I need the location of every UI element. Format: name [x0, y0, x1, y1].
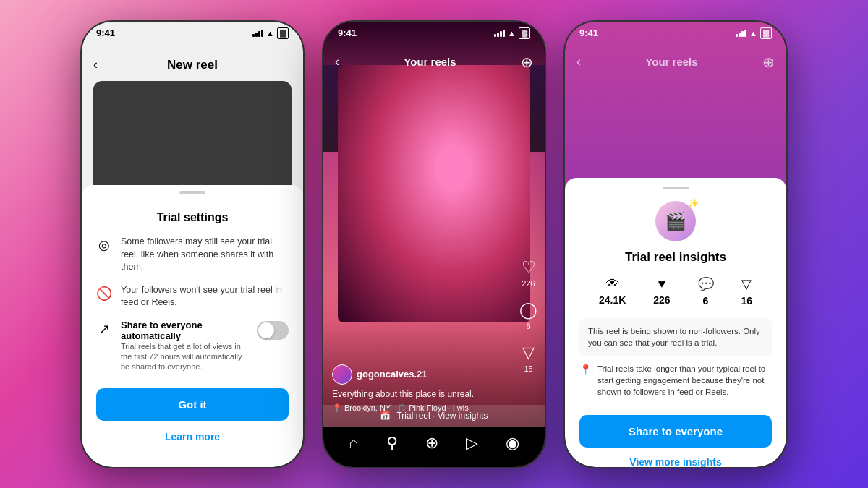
reel-username-row: gogoncalves.21 [332, 364, 474, 385]
camera-icon[interactable]: ⊕ [762, 53, 775, 71]
username-label[interactable]: gogoncalves.21 [357, 369, 427, 380]
phone2-status-icons: ▲ ▓ [494, 27, 530, 39]
setting-item-3: ↗ Share to everyone automatically Trial … [96, 320, 289, 372]
insights-description: This reel is being shown to non-follower… [579, 318, 772, 356]
trial-settings-sheet: Trial settings ◎ Some followers may stil… [82, 185, 303, 466]
trial-icon: 📅 [380, 411, 391, 421]
like-count: 226 [522, 279, 535, 288]
share-count: 15 [524, 364, 532, 373]
phone1-time: 9:41 [96, 27, 115, 38]
phone3-time: 9:41 [579, 27, 598, 38]
back-button[interactable]: ‹ [335, 54, 339, 69]
reel-insights-icon: 🎬 ✨ [655, 201, 696, 241]
comment-button[interactable]: ◯ 6 [519, 301, 537, 330]
phone1-status-icons: ▲ ▓ [252, 27, 289, 39]
insights-desc-text: This reel is being shown to non-follower… [588, 325, 763, 348]
reel-caption: Everything about this place is unreal. [332, 389, 474, 399]
heart-icon: ♥ [658, 276, 666, 291]
back-button[interactable]: ‹ [576, 54, 581, 69]
eye-icon: 👁 [606, 276, 619, 291]
sheet-title: Trial settings [96, 205, 289, 224]
phone3-status-bar: 9:41 ▲ ▓ [565, 22, 786, 42]
pin-icon: 📍 [579, 364, 592, 375]
signal-icon [494, 30, 505, 37]
view-more-insights-button[interactable]: View more insights [579, 449, 772, 467]
camera-icon[interactable]: ⊕ [521, 53, 533, 71]
stats-row: 👁 24.1K ♥ 226 💬 6 ▽ 16 [579, 276, 772, 307]
stat-comments: 💬 6 [698, 276, 714, 307]
wifi-icon: ▲ [266, 29, 274, 38]
heart-icon: ♡ [522, 258, 536, 277]
back-button[interactable]: ‹ [93, 57, 98, 72]
phone1-screen: 9:41 ▲ ▓ ‹ New reel Preview Edit cover [82, 22, 303, 467]
insights-note-text: Trial reels take longer than your typica… [597, 363, 772, 398]
share-button[interactable]: ▽ 15 [522, 343, 535, 373]
stat-shares: ▽ 16 [741, 276, 752, 307]
battery-icon: ▓ [760, 27, 772, 39]
sparkles-icon: ✨ [688, 198, 699, 208]
comment-count: 6 [526, 322, 530, 330]
share-to-everyone-button[interactable]: Share to everyone [579, 415, 772, 448]
reel-bottom-bar: 📅 Trial reel · View insights ⌂ ⚲ ⊕ ▷ ◉ [323, 405, 545, 467]
setting-text-2: Your followers won't see your trial reel… [121, 284, 289, 309]
phone2-time: 9:41 [338, 27, 357, 38]
setting-3-content: Share to everyone automatically Trial re… [121, 320, 248, 372]
wifi-icon: ▲ [749, 29, 757, 38]
share-icon: ▽ [522, 343, 535, 362]
share-icon: ↗ [96, 321, 112, 337]
battery-icon: ▓ [277, 27, 289, 39]
phone2-status-bar: 9:41 ▲ ▓ [323, 22, 545, 42]
reels-nav-icon[interactable]: ▷ [466, 434, 478, 453]
drag-handle [663, 187, 689, 189]
stat-likes-value: 226 [653, 294, 670, 306]
avatar [332, 364, 352, 385]
insights-sheet: 🎬 ✨ Trial reel insights 👁 24.1K ♥ 226 💬 … [565, 178, 786, 467]
stat-views: 👁 24.1K [599, 276, 626, 307]
setting-item-2: 🚫 Your followers won't see your trial re… [96, 284, 289, 309]
setting-3-sub: Trial reels that get a lot of views in t… [121, 341, 248, 372]
reel-page-title: Your reels [404, 56, 456, 68]
stat-shares-value: 16 [741, 295, 752, 307]
setting-text-1: Some followers may still see your trial … [121, 236, 289, 274]
setting-item-1: ◎ Some followers may still see your tria… [96, 236, 289, 274]
reel-action-buttons: ♡ 226 ◯ 6 ▽ 15 [519, 258, 537, 373]
toggle-knob [258, 322, 274, 338]
profile-nav-icon[interactable]: ◉ [506, 434, 519, 453]
share-icon: ▽ [741, 276, 752, 292]
eye-off-icon: 🚫 [96, 286, 112, 301]
signal-icon [252, 30, 263, 37]
insights-note: 📍 Trial reels take longer than your typi… [579, 363, 772, 398]
trial-reel-text: Trial reel · View insights [396, 411, 488, 421]
home-nav-icon[interactable]: ⌂ [349, 434, 358, 453]
phone-2: 9:41 ▲ ▓ ‹ Your reels ⊕ ♡ 226 ◯ 6 [322, 20, 546, 468]
phone3-screen: 9:41 ▲ ▓ ‹ Your reels ⊕ 🎬 ✨ [565, 22, 786, 467]
comment-icon: 💬 [698, 276, 714, 292]
phone-1: 9:41 ▲ ▓ ‹ New reel Preview Edit cover [80, 20, 305, 468]
like-button[interactable]: ♡ 226 [522, 258, 536, 288]
page-title: New reel [93, 58, 292, 72]
insights-title: Trial reel insights [579, 250, 772, 265]
stat-comments-value: 6 [703, 295, 709, 307]
trial-reel-bar[interactable]: 📅 Trial reel · View insights [323, 405, 545, 427]
stat-views-value: 24.1K [599, 294, 626, 306]
drag-handle [179, 191, 205, 194]
nav-bar: ⌂ ⚲ ⊕ ▷ ◉ [323, 427, 545, 467]
learn-more-button[interactable]: Learn more [96, 424, 289, 450]
phone3-status-icons: ▲ ▓ [736, 27, 772, 39]
comment-icon: ◯ [519, 301, 537, 320]
battery-icon: ▓ [519, 27, 530, 39]
search-nav-icon[interactable]: ⚲ [386, 434, 398, 453]
phone2-screen: 9:41 ▲ ▓ ‹ Your reels ⊕ ♡ 226 ◯ 6 [323, 22, 545, 467]
phone3-page-title: Your reels [645, 56, 697, 68]
create-nav-icon[interactable]: ⊕ [425, 434, 438, 453]
stat-likes: ♥ 226 [653, 276, 670, 307]
signal-icon [736, 30, 746, 37]
auto-share-toggle[interactable] [257, 321, 289, 340]
setting-3-label: Share to everyone automatically [121, 320, 248, 341]
insights-icon-area: 🎬 ✨ [579, 201, 772, 241]
phone1-status-bar: 9:41 ▲ ▓ [82, 22, 303, 42]
wifi-icon: ▲ [508, 29, 516, 38]
phone-3: 9:41 ▲ ▓ ‹ Your reels ⊕ 🎬 ✨ [563, 20, 788, 468]
got-it-button[interactable]: Got it [96, 388, 289, 421]
person-circle-icon: ◎ [96, 237, 112, 253]
